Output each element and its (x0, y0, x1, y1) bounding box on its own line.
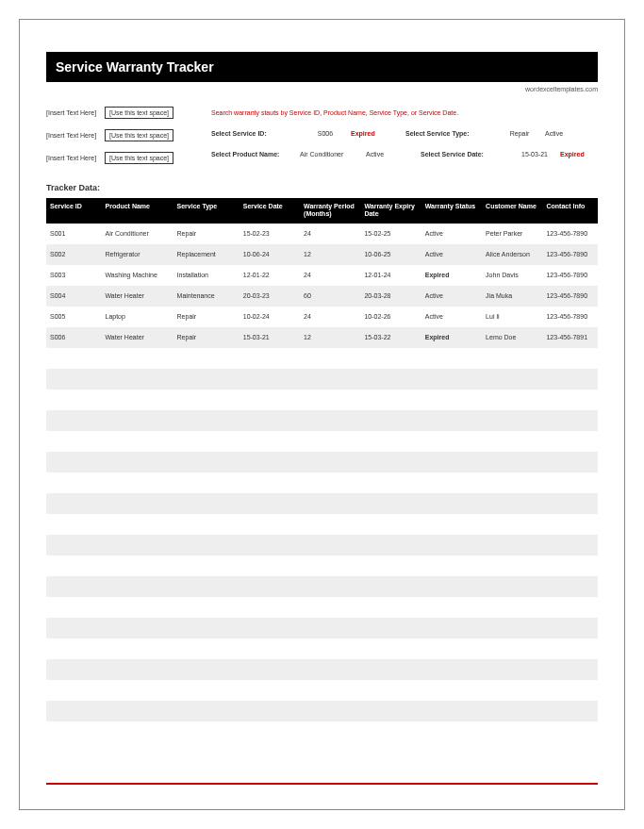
table-cell-empty (239, 535, 300, 555)
table-cell-empty (482, 493, 542, 514)
col-warranty-status: Warranty Status (421, 198, 482, 224)
table-row-empty (46, 701, 598, 721)
table-cell-empty (239, 473, 300, 493)
filter-input[interactable]: [Use this text space] (105, 129, 173, 141)
table-cell-empty (173, 597, 239, 618)
search-value-service-id[interactable]: S006 (300, 130, 351, 137)
table-cell-empty (102, 659, 173, 680)
table-row-empty (46, 555, 598, 576)
table-cell-empty (482, 390, 542, 410)
table-cell-empty (421, 576, 482, 597)
table-cell-empty (421, 493, 482, 514)
table-cell: 24 (300, 224, 360, 244)
search-value-service-type[interactable]: Repair (494, 130, 545, 137)
filter-input[interactable]: [Use this text space] (105, 107, 173, 119)
table-cell-empty (102, 701, 173, 721)
table-cell: Lemo Doe (482, 327, 542, 348)
table-row-empty (46, 618, 598, 638)
table-cell-empty (482, 535, 542, 555)
table-cell-empty (46, 680, 102, 701)
table-cell-empty (46, 555, 102, 576)
table-cell-empty (239, 555, 300, 576)
table-cell-empty (542, 555, 598, 576)
table-row-empty (46, 493, 598, 514)
table-cell-empty (542, 597, 598, 618)
table-cell: 12-01-24 (360, 265, 421, 286)
filter-label: [Insert Text Here] (46, 155, 105, 161)
search-row-1: Select Service ID: S006 Expired Select S… (211, 123, 598, 143)
table-row-empty (46, 410, 598, 431)
table-cell-empty (360, 514, 421, 535)
search-value-service-date[interactable]: 15-03-21 (509, 151, 560, 158)
table-cell-empty (360, 473, 421, 493)
filter-row-1: [Insert Text Here] [Use this text space] (46, 102, 200, 123)
table-cell-empty (173, 555, 239, 576)
filter-input[interactable]: [Use this text space] (105, 152, 173, 164)
table-cell: 12 (300, 244, 360, 265)
table-cell-empty (300, 597, 360, 618)
col-contact-info: Contact Info (542, 198, 598, 224)
table-cell-empty (102, 514, 173, 535)
table-cell-empty (239, 369, 300, 390)
table-cell-empty (360, 410, 421, 431)
table-cell-empty (300, 473, 360, 493)
table-cell-empty (239, 701, 300, 721)
filter-row-3: [Insert Text Here] [Use this text space] (46, 147, 200, 168)
table-cell-empty (542, 452, 598, 473)
table-cell-empty (239, 638, 300, 659)
table-cell-empty (482, 514, 542, 535)
search-status-product-name: Active (366, 151, 404, 158)
table-cell-empty (46, 493, 102, 514)
table-cell: Active (421, 244, 482, 265)
table-cell: 60 (300, 286, 360, 307)
col-service-date: Service Date (239, 198, 300, 224)
table-cell-empty (360, 390, 421, 410)
table-cell-empty (173, 452, 239, 473)
table-cell: 15-03-21 (239, 327, 300, 348)
table-cell: John Davis (482, 265, 542, 286)
table-cell-empty (102, 390, 173, 410)
table-cell-empty (173, 576, 239, 597)
table-cell-empty (102, 680, 173, 701)
table-cell-empty (482, 701, 542, 721)
table-cell-empty (239, 348, 300, 369)
table-cell: Active (421, 224, 482, 244)
col-service-id: Service ID (46, 198, 102, 224)
table-cell-empty (300, 576, 360, 597)
table-cell-empty (482, 473, 542, 493)
table-cell-empty (482, 638, 542, 659)
table-cell-empty (542, 680, 598, 701)
table-row-empty (46, 576, 598, 597)
table-cell-empty (300, 348, 360, 369)
table-row-empty (46, 680, 598, 701)
search-value-product-name[interactable]: Air Conditioner (300, 151, 366, 158)
filter-label: [Insert Text Here] (46, 109, 105, 116)
table-cell: 24 (300, 265, 360, 286)
table-cell-empty (300, 659, 360, 680)
table-cell: Active (421, 307, 482, 327)
left-filters: [Insert Text Here] [Use this text space]… (46, 102, 200, 170)
table-cell-empty (46, 638, 102, 659)
table-cell-empty (173, 638, 239, 659)
table-cell: Replacement (173, 244, 239, 265)
table-cell-empty (542, 638, 598, 659)
table-row-empty (46, 431, 598, 452)
table-cell-empty (300, 701, 360, 721)
table-cell-empty (239, 597, 300, 618)
table-cell-empty (360, 493, 421, 514)
table-cell-empty (482, 555, 542, 576)
table-cell-empty (46, 452, 102, 473)
col-customer-name: Customer Name (482, 198, 542, 224)
table-row-empty (46, 597, 598, 618)
table-cell-empty (46, 576, 102, 597)
search-label-service-id: Select Service ID: (211, 130, 300, 137)
table-cell-empty (360, 576, 421, 597)
table-cell-empty (421, 452, 482, 473)
table-cell-empty (46, 535, 102, 555)
search-row-2: Select Product Name: Air Conditioner Act… (211, 143, 598, 164)
table-cell-empty (300, 535, 360, 555)
table-cell-empty (173, 369, 239, 390)
table-row-empty (46, 514, 598, 535)
search-status-service-type: Active (545, 130, 583, 137)
table-cell: 10-06-24 (239, 244, 300, 265)
